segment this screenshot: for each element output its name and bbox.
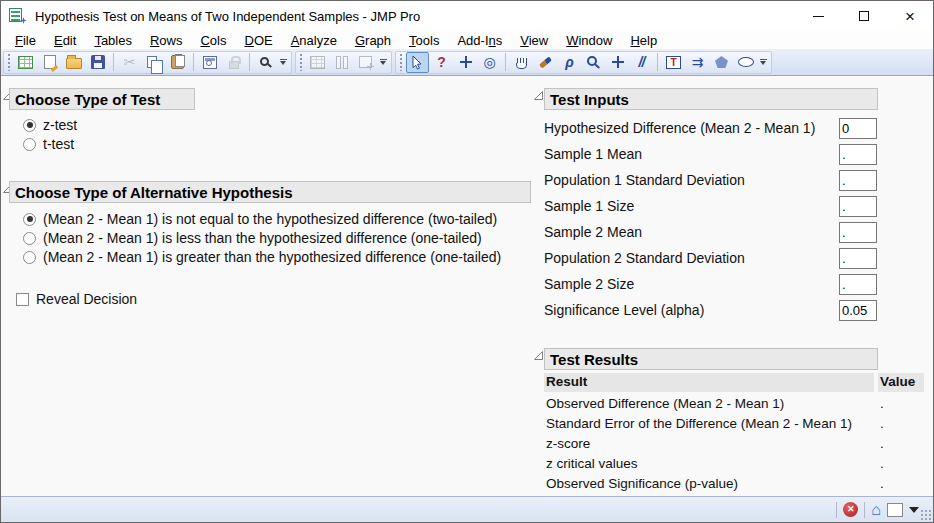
copy-icon (147, 56, 157, 68)
line-tool-icon: // (639, 55, 645, 69)
search-icon (260, 57, 269, 66)
menu-item-file[interactable]: File (6, 33, 45, 48)
menu-item-tools[interactable]: Tools (400, 33, 448, 48)
result-label: Observed Significance (p-value) (544, 474, 878, 494)
section-title-test-inputs[interactable]: Test Inputs (544, 88, 878, 110)
disclosure-icon[interactable] (534, 351, 543, 360)
radio-less-than[interactable]: (Mean 2 - Mean 1) is less than the hypot… (23, 229, 482, 247)
radio-greater-than[interactable]: (Mean 2 - Mean 1) is greater than the hy… (23, 248, 501, 266)
menu-item-cols[interactable]: Cols (191, 33, 235, 48)
field-label: Sample 2 Size (544, 274, 634, 295)
field-row: Population 1 Standard Deviation (544, 170, 878, 191)
menu-item-graph[interactable]: Graph (346, 33, 400, 48)
radio-not-equal[interactable]: (Mean 2 - Mean 1) is not equal to the hy… (23, 210, 497, 228)
close-button[interactable]: × (887, 1, 933, 31)
menu-item-view[interactable]: View (511, 33, 557, 48)
window-list-dropdown[interactable] (909, 507, 919, 513)
field-row: Sample 2 Mean (544, 222, 878, 243)
column-info-button[interactable] (330, 52, 353, 73)
sample2-size-input[interactable] (839, 274, 877, 295)
stop-button[interactable]: ✕ (843, 502, 858, 517)
field-row: Sample 1 Mean (544, 144, 878, 165)
field-label: Sample 2 Mean (544, 222, 642, 243)
cut-button[interactable]: ✂ (118, 52, 141, 73)
brush-tool-button[interactable] (534, 52, 557, 73)
open-button[interactable] (62, 52, 85, 73)
jmp-window: Hypothesis Test on Means of Two Independ… (0, 0, 934, 523)
field-label: Sample 1 Mean (544, 144, 642, 165)
section-title-alt-hypothesis[interactable]: Choose Type of Alternative Hypothesis (9, 181, 531, 203)
open-folder-icon (66, 58, 82, 69)
search-button[interactable] (254, 52, 277, 73)
sample1-size-input[interactable] (839, 196, 877, 217)
results-table: Result Value Observed Difference (Mean 2… (544, 373, 926, 494)
save-button[interactable] (86, 52, 109, 73)
arrow-tool-button[interactable] (406, 52, 429, 73)
population2-sd-input[interactable] (839, 248, 877, 269)
window-properties-button[interactable] (198, 52, 221, 73)
zoom-tool-button[interactable] (582, 52, 605, 73)
menu-item-addins[interactable]: Add-Ins (448, 33, 511, 48)
radio-z-test[interactable]: z-test (23, 116, 77, 134)
new-data-table-button[interactable] (14, 52, 37, 73)
text-annotation-button[interactable]: T (662, 52, 685, 73)
minimize-button[interactable] (795, 1, 841, 31)
line-tool-button[interactable]: // (630, 52, 653, 73)
data-table-button[interactable] (306, 52, 329, 73)
disclosure-icon[interactable] (534, 91, 543, 100)
lasso-tool-button[interactable]: ρ (558, 52, 581, 73)
paste-icon (171, 55, 184, 69)
population1-sd-input[interactable] (839, 170, 877, 191)
sample1-mean-input[interactable] (839, 144, 877, 165)
radio-t-test[interactable]: t-test (23, 135, 74, 153)
move-tool-button[interactable] (454, 52, 477, 73)
reveal-decision-checkbox[interactable]: Reveal Decision (16, 290, 137, 308)
menu-item-analyze[interactable]: Analyze (282, 33, 346, 48)
result-value: . (878, 414, 922, 434)
toolbar-overflow-dropdown[interactable] (758, 59, 768, 65)
arrows-icon: ⇉ (692, 55, 704, 69)
field-label: Hypothesized Difference (Mean 2 - Mean 1… (544, 118, 815, 139)
paste-button[interactable] (166, 52, 189, 73)
arrow-annotation-button[interactable]: ⇉ (686, 52, 709, 73)
menu-item-tables[interactable]: Tables (85, 33, 141, 48)
copy-button[interactable] (142, 52, 165, 73)
section-title-test-type[interactable]: Choose Type of Test (9, 88, 195, 110)
menu-bar: File Edit Tables Rows Cols DOE Analyze G… (1, 31, 933, 49)
hypothesized-difference-input[interactable] (839, 118, 877, 139)
menu-item-doe[interactable]: DOE (235, 33, 281, 48)
section-title-test-results[interactable]: Test Results (544, 348, 878, 370)
field-row: Population 2 Standard Deviation (544, 248, 878, 269)
new-journal-icon (44, 55, 56, 69)
window-color-swatch[interactable] (887, 503, 903, 517)
new-journal-button[interactable] (38, 52, 61, 73)
chevron-down-icon (760, 61, 766, 65)
radio-label: (Mean 2 - Mean 1) is less than the hypot… (43, 230, 482, 246)
alpha-input[interactable] (839, 300, 877, 321)
data-table-icon (310, 56, 325, 69)
maximize-button[interactable] (841, 1, 887, 31)
grabber-tool-button[interactable] (510, 52, 533, 73)
crosshair-tool-button[interactable] (606, 52, 629, 73)
toolbar-overflow-dropdown[interactable] (278, 59, 288, 65)
resize-grip[interactable] (920, 509, 931, 520)
add-graph-button[interactable] (354, 52, 377, 73)
sample2-mean-input[interactable] (839, 222, 877, 243)
toolbar-grip[interactable] (299, 53, 303, 71)
home-window-button[interactable]: ⌂ (871, 502, 881, 518)
lock-button[interactable] (222, 52, 245, 73)
toolbar-grip[interactable] (399, 53, 403, 71)
oval-annotation-button[interactable] (734, 52, 757, 73)
toolbar-overflow-dropdown[interactable] (378, 59, 388, 65)
menu-item-help[interactable]: Help (621, 33, 666, 48)
save-icon (91, 55, 105, 69)
toolbar-separator (113, 53, 114, 71)
toolbar-grip[interactable] (7, 53, 11, 71)
menu-item-window[interactable]: Window (557, 33, 621, 48)
selection-tool-button[interactable]: ◎ (478, 52, 501, 73)
menu-item-rows[interactable]: Rows (141, 33, 192, 48)
menu-item-edit[interactable]: Edit (45, 33, 85, 48)
polygon-annotation-button[interactable] (710, 52, 733, 73)
help-tool-button[interactable]: ? (430, 52, 453, 73)
field-label: Population 1 Standard Deviation (544, 170, 745, 191)
